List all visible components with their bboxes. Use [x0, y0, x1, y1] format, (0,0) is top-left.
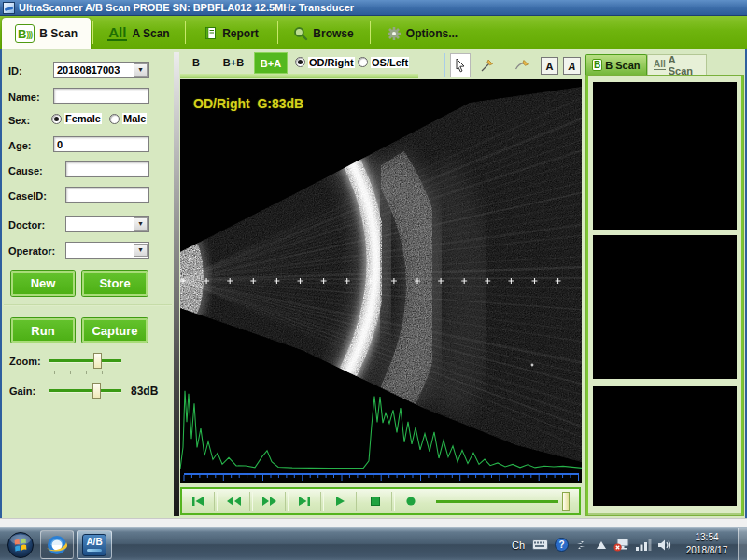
options-gear-icon: [387, 26, 402, 41]
text-annotation-italic-tool-button[interactable]: A: [563, 57, 581, 75]
cause-field[interactable]: [65, 161, 149, 177]
gallery-tab-a-scan[interactable]: All A Scan: [647, 54, 707, 75]
os-left-label[interactable]: OS/Left: [371, 57, 409, 68]
caseid-label: CaseID:: [8, 190, 47, 202]
tray-help-icon[interactable]: ?: [553, 528, 570, 560]
a-scan-mini-icon: All: [654, 60, 666, 70]
mode-tab-b+a[interactable]: B+A: [254, 52, 288, 74]
area-measure-tool-button[interactable]: [512, 53, 532, 77]
os-left-radio[interactable]: [358, 57, 368, 67]
tab-browse[interactable]: Browse: [279, 18, 368, 49]
tab-report[interactable]: Report: [187, 18, 275, 49]
rewind-icon: [226, 496, 242, 507]
first-frame-button[interactable]: [182, 491, 214, 511]
tray-show-hidden-icons[interactable]: [594, 528, 609, 560]
tray-volume-icon[interactable]: [655, 528, 674, 560]
panel-splitter[interactable]: [174, 52, 179, 516]
thumbnail-slot-1[interactable]: [593, 82, 737, 230]
bscan-image[interactable]: [180, 79, 582, 483]
line-measure-tool-button[interactable]: [476, 53, 497, 77]
line-measure-pen-icon: [480, 59, 494, 73]
age-label: Age:: [8, 140, 31, 151]
show-desktop-button[interactable]: [738, 528, 747, 560]
female-radio[interactable]: [51, 114, 62, 124]
new-button[interactable]: New: [11, 271, 75, 296]
scan-overlay-text: OD/Right G:83dB: [193, 96, 303, 111]
cine-playback-bar: [180, 487, 581, 515]
taskbar-ie-button[interactable]: [40, 530, 74, 559]
age-field[interactable]: [53, 136, 149, 152]
operator-combobox[interactable]: ▾: [65, 242, 149, 259]
last-frame-button[interactable]: [289, 491, 320, 511]
male-radio[interactable]: [109, 114, 120, 124]
tray-language-indicator[interactable]: Ch: [512, 528, 529, 560]
dropdown-arrow-icon[interactable]: ▾: [134, 217, 148, 231]
od-right-label[interactable]: OD/Right: [308, 57, 355, 68]
panel-divider: [4, 304, 172, 306]
male-radio-label[interactable]: Male: [122, 113, 147, 124]
gain-slider-track[interactable]: [49, 389, 121, 393]
browse-magnifier-icon: [293, 26, 308, 41]
gallery-tab-b-scan[interactable]: B B Scan: [585, 54, 647, 75]
mode-tab-b+b[interactable]: B+B: [217, 53, 250, 72]
stop-icon: [370, 496, 381, 507]
doctor-label: Doctor:: [8, 219, 45, 231]
mode-tab-b[interactable]: B: [183, 53, 209, 72]
windows-start-orb-icon: [7, 531, 35, 559]
fast-forward-button[interactable]: [253, 491, 285, 511]
caseid-field[interactable]: [65, 187, 149, 203]
b-scan-mini-icon: B: [592, 59, 602, 71]
capture-button[interactable]: Capture: [82, 318, 148, 343]
store-button[interactable]: Store: [82, 271, 148, 296]
od-right-radio[interactable]: [295, 57, 305, 67]
tab-a-scan[interactable]: All A Scan: [94, 18, 183, 49]
id-combobox[interactable]: 20180817003 ▾: [53, 62, 149, 78]
tray-sync-icon[interactable]: [573, 528, 588, 560]
taskbar: A/B Ch ?: [0, 527, 747, 560]
tab-a-scan-label: A Scan: [132, 27, 169, 40]
taskbar-clock[interactable]: 13:54 2018/8/17: [678, 531, 736, 558]
dropdown-arrow-icon[interactable]: ▾: [134, 63, 148, 77]
start-button[interactable]: [4, 530, 37, 559]
cine-slider-track[interactable]: [436, 500, 558, 503]
run-button[interactable]: Run: [11, 318, 75, 343]
text-annotation-tool-button[interactable]: A: [541, 57, 558, 75]
zoom-label: Zoom:: [9, 356, 41, 367]
tool-separator: [444, 53, 445, 77]
skip-end-icon: [297, 496, 312, 507]
dropdown-arrow-icon[interactable]: ▾: [134, 244, 148, 257]
a-scan-icon: All: [107, 26, 127, 41]
female-radio-label[interactable]: Female: [64, 113, 102, 124]
stop-button[interactable]: [359, 491, 391, 511]
tab-options[interactable]: Options...: [372, 18, 472, 49]
main-toolbar: B))) B Scan All A Scan Report Brow: [0, 16, 747, 49]
rewind-button[interactable]: [218, 491, 249, 511]
zoom-slider-thumb[interactable]: [93, 353, 102, 369]
tab-options-label: Options...: [406, 27, 458, 40]
tab-b-scan[interactable]: B))) B Scan: [2, 18, 91, 49]
bscan-ultrasound-canvas: [180, 79, 582, 483]
name-field[interactable]: [53, 88, 149, 104]
svg-text:?: ?: [558, 539, 564, 550]
id-value: 20180817003: [57, 64, 120, 76]
thumbnail-slot-2[interactable]: [593, 235, 737, 379]
mode-tab-underline: [180, 74, 418, 78]
zoom-slider-track[interactable]: [49, 359, 121, 363]
tab-b-scan-label: B Scan: [39, 27, 78, 40]
tray-signal-strength-icon[interactable]: [634, 528, 655, 560]
tray-network-icon[interactable]: [612, 528, 632, 560]
gallery-tab-b-scan-label: B Scan: [605, 60, 640, 71]
thumbnail-slot-3[interactable]: [593, 386, 737, 506]
doctor-combobox[interactable]: ▾: [65, 216, 149, 232]
window-border-left: [0, 16, 2, 518]
app-icon: [3, 2, 15, 14]
cine-position-slider[interactable]: [436, 491, 571, 511]
record-button[interactable]: [395, 491, 427, 511]
tray-keyboard-icon[interactable]: [530, 528, 549, 560]
toolbar-separator: [277, 21, 278, 44]
play-button[interactable]: [324, 491, 356, 511]
taskbar-ab-scan-app-button[interactable]: A/B: [77, 530, 112, 559]
cine-slider-handle[interactable]: [562, 492, 570, 511]
gain-slider-thumb[interactable]: [92, 383, 101, 399]
pointer-tool-button[interactable]: [450, 53, 471, 77]
